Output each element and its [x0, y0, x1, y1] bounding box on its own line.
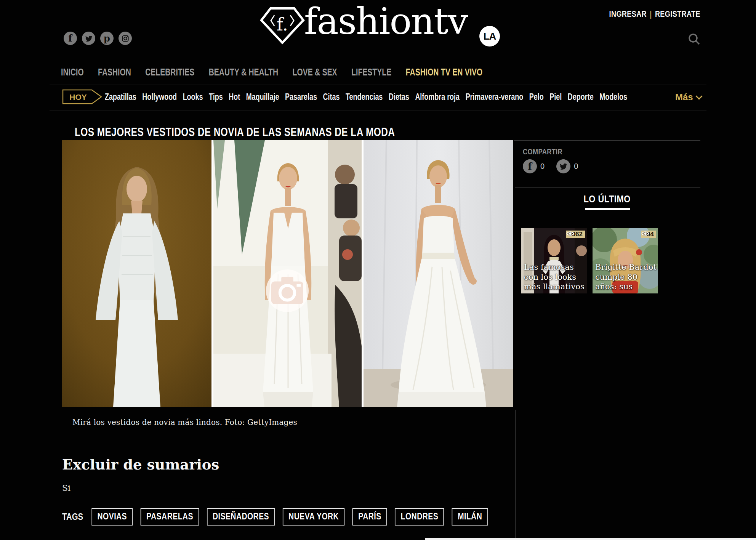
latest-post-2-views: 194 — [641, 231, 656, 238]
topic-citas[interactable]: Citas — [323, 92, 340, 102]
latest-post-2-title: Brigitte Bardot cumple 80 años: sus — [595, 263, 658, 292]
topic-zapatillas[interactable]: Zapatillas — [105, 92, 136, 102]
topic-primavera-verano[interactable]: Primavera-verano — [466, 92, 524, 102]
topic-looks[interactable]: Looks — [183, 92, 203, 102]
latest-post-1-title: Las famosas con los looks más llamativos — [524, 263, 586, 292]
logo-la-badge: LA — [479, 26, 500, 46]
nav-beauty-health[interactable]: BEAUTY & HEALTH — [209, 66, 278, 78]
main-nav: INICIO FASHION CELEBRITIES BEAUTY & HEAL… — [61, 66, 482, 78]
topic-maquillaje[interactable]: Maquillaje — [246, 92, 279, 102]
article-title: LOS MEJORES VESTIDOS DE NOVIA DE LAS SEM… — [75, 125, 395, 139]
topics-nav: Zapatillas Hollywood Looks Tips Hot Maqu… — [105, 92, 627, 102]
hoy-badge[interactable]: HOY — [62, 89, 103, 106]
latest-post-1-views: 1062 — [566, 231, 585, 238]
chevron-down-icon — [695, 93, 702, 99]
article-subheading-value: Si — [62, 483, 70, 493]
topic-hollywood[interactable]: Hollywood — [142, 92, 177, 102]
share-row: f 0 0 — [523, 159, 586, 173]
sidebar-top-divider — [514, 140, 700, 141]
article-subheading: Excluir de sumarios — [62, 456, 219, 473]
tag-milan[interactable]: MILÁN — [452, 508, 488, 526]
twitter-share-button[interactable] — [556, 159, 570, 173]
fashiontv-page: f p f. fashiontv LA INGRESAR | REGISTRAT… — [0, 0, 756, 540]
nav-inicio[interactable]: INICIO — [61, 66, 84, 78]
bottom-page-strip — [425, 538, 756, 540]
photo-panel-left — [62, 140, 211, 407]
auth-links: INGRESAR | REGISTRATE — [609, 9, 700, 19]
tags-row: TAGS NOVIAS PASARELAS DISEÑADORES NUEVA … — [62, 508, 488, 526]
photo-caption: Mirá los vestidos de novia más lindos. F… — [72, 418, 297, 427]
topic-tendencias[interactable]: Tendencias — [346, 92, 383, 102]
nav-fashion-tv-en-vivo[interactable]: FASHION TV EN VIVO — [406, 66, 483, 78]
login-link[interactable]: INGRESAR — [609, 9, 647, 19]
tag-disenadores[interactable]: DISEÑADORES — [207, 508, 275, 526]
content-sidebar-divider — [515, 410, 516, 540]
tag-paris[interactable]: PARÍS — [352, 508, 387, 526]
topic-piel[interactable]: Piel — [549, 92, 562, 102]
hoy-badge-label: HOY — [69, 93, 87, 101]
sidebar-divider — [515, 187, 700, 188]
more-dropdown[interactable]: Más — [675, 92, 702, 103]
camera-gallery-icon — [266, 269, 309, 312]
instagram-icon[interactable] — [119, 32, 132, 45]
header-divider — [50, 85, 706, 85]
topic-tips[interactable]: Tips — [209, 92, 223, 102]
tags-label: TAGS — [62, 511, 83, 522]
tag-nueva-york[interactable]: NUEVA YORK — [283, 508, 345, 526]
nav-celebrities[interactable]: CELEBRITIES — [145, 66, 194, 78]
photo-panel-right — [364, 140, 513, 407]
register-link[interactable]: REGISTRATE — [655, 9, 700, 19]
ticker-divider — [50, 111, 706, 111]
topic-modelos[interactable]: Modelos — [599, 92, 627, 102]
social-icons: f p — [64, 32, 132, 45]
logo-wordmark[interactable]: fashiontv — [304, 2, 468, 40]
latest-posts: 1062 Las famosas con los looks más llama… — [521, 228, 658, 293]
latest-post-2[interactable]: 194 Brigitte Bardot cumple 80 años: sus — [593, 228, 658, 293]
search-icon[interactable] — [687, 32, 701, 48]
tag-novias[interactable]: NOVIAS — [91, 508, 133, 526]
topic-hot[interactable]: Hot — [229, 92, 240, 102]
share-label: COMPARTIR — [523, 147, 562, 156]
pinterest-icon[interactable]: p — [100, 32, 114, 45]
latest-post-1[interactable]: 1062 Las famosas con los looks más llama… — [521, 228, 587, 293]
tag-londres[interactable]: LONDRES — [395, 508, 444, 526]
facebook-share-button[interactable]: f — [523, 159, 537, 173]
nav-fashion[interactable]: FASHION — [98, 66, 131, 78]
topic-alfombra-roja[interactable]: Alfombra roja — [415, 92, 460, 102]
latest-section-header: LO ÚLTIMO — [514, 194, 700, 205]
nav-lifestyle[interactable]: LIFESTYLE — [351, 66, 391, 78]
article-photo[interactable] — [62, 140, 513, 407]
topic-dietas[interactable]: Dietas — [389, 92, 409, 102]
topic-pasarelas[interactable]: Pasarelas — [285, 92, 317, 102]
facebook-icon[interactable]: f — [64, 32, 77, 45]
auth-separator: | — [650, 9, 652, 19]
facebook-share-count: 0 — [540, 162, 545, 171]
latest-underline — [585, 208, 630, 210]
photo-panel-center — [213, 140, 362, 407]
fashiontv-logo-diamond[interactable]: f. — [259, 6, 306, 46]
latest-label: LO ÚLTIMO — [583, 194, 630, 205]
eye-icon — [641, 231, 650, 237]
twitter-icon[interactable] — [82, 32, 95, 45]
eye-icon — [566, 231, 575, 237]
topic-deporte[interactable]: Deporte — [568, 92, 594, 102]
nav-love-sex[interactable]: LOVE & SEX — [293, 66, 337, 78]
twitter-share-count: 0 — [574, 162, 578, 171]
topic-pelo[interactable]: Pelo — [529, 92, 544, 102]
tag-pasarelas[interactable]: PASARELAS — [141, 508, 199, 526]
logo-mark: f. — [277, 14, 288, 35]
more-label: Más — [675, 92, 693, 103]
